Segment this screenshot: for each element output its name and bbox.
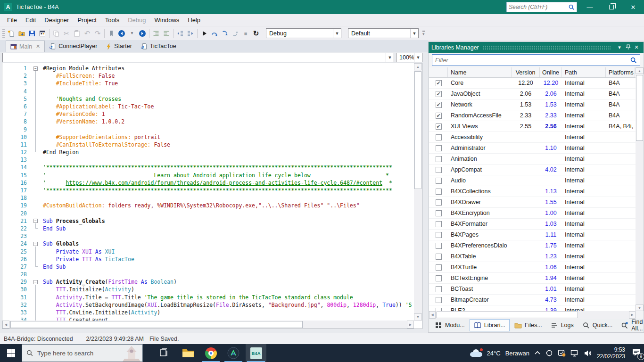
library-row-javaobject[interactable]: ✔JavaObject2.062.06InternalB4A — [429, 89, 636, 99]
panel-tab-modu[interactable]: Modu... — [431, 320, 469, 331]
close-panel-icon[interactable]: ✕ — [632, 44, 641, 50]
code-line-8[interactable]: 8 #VersionName: 1.0.0.2 — [2, 118, 414, 125]
navigate-back-icon[interactable] — [116, 28, 127, 39]
code-line-1[interactable]: 1−#Region Module Attributes — [2, 65, 414, 72]
library-row-bitmapcreator[interactable]: BitmapCreator4.73Internal — [429, 295, 636, 305]
library-row-administrator[interactable]: Administrator1.10Internal — [429, 143, 636, 154]
minimize-button[interactable]: — — [579, 0, 601, 14]
column-header-platforms[interactable]: Platforms — [606, 67, 635, 77]
library-row-animation[interactable]: AnimationInternal — [429, 154, 636, 165]
library-row-b4xpages[interactable]: B4XPages1.11Internal — [429, 230, 636, 240]
library-checkbox[interactable] — [436, 243, 442, 249]
code-line-31[interactable]: 31 Activity.Title = TTT.Title 'The game … — [2, 294, 414, 301]
code-line-33[interactable]: 33 TTT.CnvLine.Initialize(Activity) — [2, 309, 414, 316]
code-line-28[interactable]: 28 — [2, 271, 414, 278]
fold-toggle-icon[interactable]: − — [33, 66, 38, 71]
build-config-dropdown[interactable]: Default▼ — [348, 28, 419, 38]
code-line-24[interactable]: 24−Sub Globals — [2, 240, 414, 247]
stop-icon[interactable]: ■ — [240, 28, 251, 39]
code-editor[interactable]: 1−#Region Module Attributes2 #FullScreen… — [2, 63, 422, 329]
back-history-caret-icon[interactable]: ▼ — [127, 28, 137, 39]
library-row-core[interactable]: ✔Core12.2012.20InternalB4A — [429, 78, 636, 89]
code-line-13[interactable]: 13 — [2, 156, 414, 164]
title-search-box[interactable] — [506, 2, 577, 12]
pin-icon[interactable] — [624, 44, 632, 51]
start-button[interactable] — [0, 344, 22, 362]
close-button[interactable]: ✕ — [622, 0, 644, 14]
title-search-input[interactable] — [509, 4, 568, 10]
menu-designer[interactable]: Designer — [40, 15, 73, 25]
weather-temp[interactable]: 24°C — [487, 350, 501, 357]
scroll-up-icon[interactable]: ▲ — [414, 63, 422, 70]
library-row-xui-views[interactable]: ✔XUI Views2.552.56InternalB4A, B4i, B4 — [429, 121, 636, 132]
scroll-right-icon[interactable]: ▶ — [407, 321, 414, 329]
code-line-27[interactable]: 27End Sub — [2, 263, 414, 271]
library-checkbox[interactable]: ✔ — [436, 102, 442, 108]
code-line-22[interactable]: 22End Sub — [2, 225, 414, 232]
action-center-button[interactable]: 9 — [632, 348, 641, 358]
indent-icon[interactable] — [151, 28, 161, 39]
file-explorer-button[interactable] — [178, 344, 198, 362]
search-highlight-image[interactable] — [122, 346, 141, 362]
scroll-down-icon[interactable]: ▼ — [636, 304, 644, 311]
library-row-appcompat[interactable]: AppCompat4.02Internal — [429, 165, 636, 175]
code-area[interactable]: 1−#Region Module Attributes2 #FullScreen… — [2, 63, 414, 321]
library-checkbox[interactable] — [436, 199, 442, 206]
library-checkbox[interactable] — [436, 264, 442, 271]
network-icon[interactable] — [570, 350, 579, 357]
library-row-b4xencryption[interactable]: B4XEncryption1.00Internal — [429, 208, 636, 219]
scrollbar-thumb[interactable] — [414, 71, 421, 189]
code-line-20[interactable]: 20 — [2, 210, 414, 217]
volume-icon[interactable] — [584, 350, 592, 357]
tray-app1-icon[interactable] — [545, 349, 553, 357]
cut-icon[interactable]: ✂ — [61, 28, 72, 39]
toolbar-overflow-button[interactable]: ▾ — [422, 31, 425, 36]
scrollbar-thumb[interactable] — [10, 321, 303, 328]
android-studio-button[interactable] — [223, 344, 244, 362]
column-header-path[interactable]: Path — [562, 67, 606, 77]
panel-tab-quick[interactable]: Quick... — [578, 320, 616, 331]
libraries-panel-header[interactable]: Libraries Manager ▾ ✕ — [429, 42, 644, 53]
column-header-name[interactable]: Name — [448, 67, 512, 77]
column-header-version[interactable]: Version — [512, 67, 540, 77]
library-checkbox[interactable] — [436, 178, 442, 184]
code-line-18[interactable]: 18 — [2, 194, 414, 202]
tab-connectplayer[interactable]: ↺ConnectPlayer — [45, 41, 101, 52]
library-checkbox[interactable]: ✔ — [436, 91, 442, 97]
tray-app2-icon[interactable] — [558, 349, 566, 357]
code-line-30[interactable]: 30 TTT.Initialize(Activity) — [2, 286, 414, 293]
modules-icon[interactable] — [37, 28, 48, 39]
code-line-16[interactable]: 16' https://www.b4x.com/android/forum/th… — [2, 179, 414, 187]
panel-tab-findall[interactable]: Find All... — [617, 317, 644, 334]
scroll-down-icon[interactable]: ▼ — [414, 313, 422, 321]
library-checkbox[interactable] — [436, 210, 442, 216]
library-checkbox[interactable]: ✔ — [436, 80, 442, 86]
code-line-2[interactable]: 2 #FullScreen: False — [2, 72, 414, 80]
taskbar-search-box[interactable]: Type here to search — [22, 344, 143, 362]
undo-icon[interactable]: ↶ — [82, 28, 92, 39]
library-checkbox[interactable] — [436, 189, 442, 195]
bookmark-icon[interactable] — [106, 28, 116, 39]
library-row-b4xcollections[interactable]: B4XCollections1.13Internal — [429, 186, 636, 197]
library-row-accessibility[interactable]: AccessibilityInternal — [429, 132, 636, 143]
panel-tab-librari[interactable]: Librari... — [470, 319, 510, 331]
open-icon[interactable] — [17, 28, 27, 39]
b4a-app-button[interactable]: B4A — [246, 344, 266, 362]
chrome-button[interactable] — [200, 344, 221, 362]
library-row-network[interactable]: ✔Network1.531.53InternalB4A — [429, 99, 636, 110]
panel-tab-files[interactable]: Files... — [511, 320, 546, 331]
fold-toggle-icon[interactable]: − — [33, 219, 38, 223]
code-line-9[interactable]: 9 — [2, 126, 414, 133]
toolbar-grip[interactable] — [2, 29, 5, 38]
library-checkbox[interactable]: ✔ — [436, 113, 442, 119]
run-icon[interactable] — [199, 28, 209, 39]
library-row-ble2[interactable]: BLE21.39Internal — [429, 305, 636, 311]
library-row-b4xtable[interactable]: B4XTable1.23Internal — [429, 251, 636, 262]
comment-icon[interactable] — [175, 28, 185, 39]
library-checkbox[interactable] — [436, 308, 442, 312]
build-mode-dropdown[interactable]: Debug▼ — [266, 28, 341, 38]
code-line-11[interactable]: 11 #CanInstallToExternalStorage: False — [2, 141, 414, 148]
library-checkbox[interactable] — [436, 156, 442, 162]
library-row-b4xpreferencesdialo[interactable]: B4XPreferencesDialo1.75Internal — [429, 240, 636, 251]
column-header-online[interactable]: Online — [540, 67, 562, 77]
